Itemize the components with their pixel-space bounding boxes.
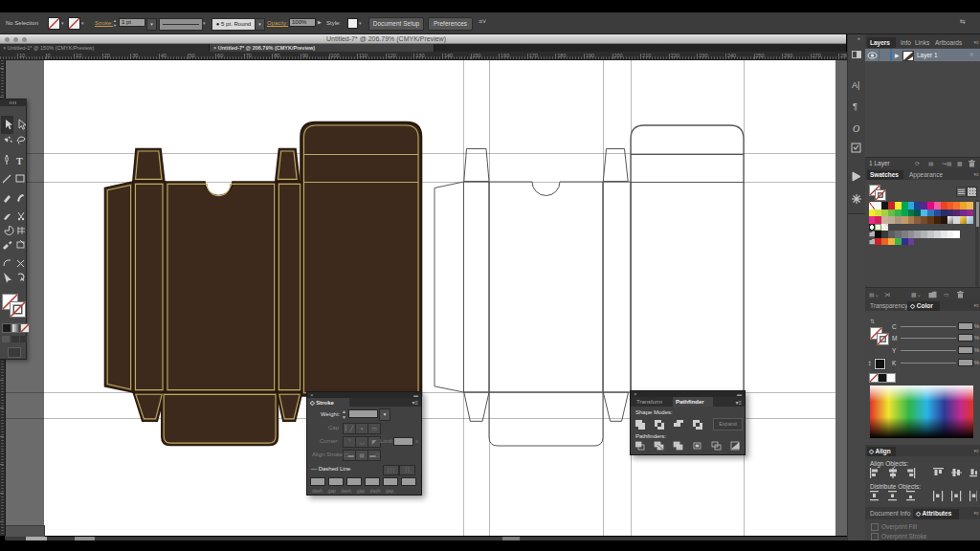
svg-text:O: O xyxy=(853,123,859,134)
svg-text:A|: A| xyxy=(852,80,859,90)
svg-text:¶: ¶ xyxy=(853,101,858,111)
svg-text:T: T xyxy=(16,156,23,166)
